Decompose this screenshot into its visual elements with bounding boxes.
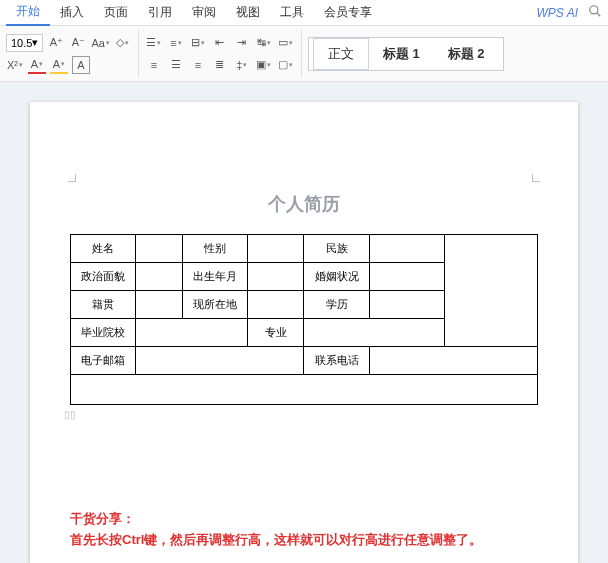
cell-location-label[interactable]: 现所在地 [183, 291, 248, 319]
wps-ai-button[interactable]: WPS AI [536, 6, 578, 20]
page[interactable]: 个人简历 姓名 性别 民族 政治面貌 出生年月 婚姻状况 籍贯 [30, 102, 578, 563]
ribbon-toolbar: 10.5▾ A⁺ A⁻ Aa▾ ◇▾ X²▾ A▾ A▾ A ☰▾ ≡▾ ⊟▾ … [0, 26, 608, 82]
menu-tab-review[interactable]: 审阅 [182, 0, 226, 25]
cell-education-label[interactable]: 学历 [304, 291, 369, 319]
cell-phone-value[interactable] [369, 347, 537, 375]
table-row [71, 375, 538, 405]
borders-button[interactable]: ▢▾ [277, 56, 295, 74]
menu-tab-tools[interactable]: 工具 [270, 0, 314, 25]
line-spacing-button[interactable]: ‡▾ [233, 56, 251, 74]
cell-empty-row[interactable] [71, 375, 538, 405]
document-workspace: 个人简历 姓名 性别 民族 政治面貌 出生年月 婚姻状况 籍贯 [0, 82, 608, 563]
cell-name-value[interactable] [136, 235, 183, 263]
tip-title: 干货分享： [70, 509, 538, 530]
tip-text: 干货分享： 首先长按Ctrl键，然后再调整行高，这样就可以对行高进行任意调整了。 [70, 509, 538, 551]
cell-school-value[interactable] [136, 319, 248, 347]
cell-major-value[interactable] [304, 319, 444, 347]
cell-gender-label[interactable]: 性别 [183, 235, 248, 263]
cell-politics-label[interactable]: 政治面貌 [71, 263, 136, 291]
table-row: 姓名 性别 民族 [71, 235, 538, 263]
cell-phone-label[interactable]: 联系电话 [304, 347, 369, 375]
paragraph-group: ☰▾ ≡▾ ⊟▾ ⇤ ⇥ ↹▾ ▭▾ ≡ ☰ ≡ ≣ ‡▾ ▣▾ ▢▾ [145, 30, 302, 77]
cell-major-label[interactable]: 专业 [248, 319, 304, 347]
style-heading2[interactable]: 标题 2 [434, 39, 499, 69]
cell-politics-value[interactable] [136, 263, 183, 291]
cell-marriage-value[interactable] [369, 263, 444, 291]
menu-tab-insert[interactable]: 插入 [50, 0, 94, 25]
cell-birth-value[interactable] [248, 263, 304, 291]
sort-button[interactable]: ▭▾ [277, 34, 295, 52]
cell-gender-value[interactable] [248, 235, 304, 263]
superscript-button[interactable]: X²▾ [6, 56, 24, 74]
cell-ethnicity-value[interactable] [369, 235, 444, 263]
indent-right-button[interactable]: ⇥ [233, 34, 251, 52]
style-normal[interactable]: 正文 [313, 38, 369, 70]
shading-button[interactable]: ▣▾ [255, 56, 273, 74]
svg-point-0 [590, 6, 598, 14]
resume-table[interactable]: 姓名 性别 民族 政治面貌 出生年月 婚姻状况 籍贯 现所在地 [70, 234, 538, 405]
align-right-button[interactable]: ≡ [189, 56, 207, 74]
menu-tab-member[interactable]: 会员专享 [314, 0, 382, 25]
font-size-select[interactable]: 10.5▾ [6, 34, 43, 52]
cell-email-label[interactable]: 电子邮箱 [71, 347, 136, 375]
margin-guide-icon [532, 174, 540, 182]
highlight-button[interactable]: A▾ [50, 56, 68, 74]
tab-settings-button[interactable]: ↹▾ [255, 34, 273, 52]
cell-photo[interactable] [444, 235, 537, 347]
style-gallery: 正文 标题 1 标题 2 [308, 37, 504, 71]
font-color-button[interactable]: A▾ [28, 56, 46, 74]
search-icon[interactable] [588, 4, 602, 21]
cell-hometown-label[interactable]: 籍贯 [71, 291, 136, 319]
cell-ethnicity-label[interactable]: 民族 [304, 235, 369, 263]
shrink-font-button[interactable]: A⁻ [69, 34, 87, 52]
tip-body: 首先长按Ctrl键，然后再调整行高，这样就可以对行高进行任意调整了。 [70, 530, 538, 551]
font-group: 10.5▾ A⁺ A⁻ Aa▾ ◇▾ X²▾ A▾ A▾ A [6, 30, 139, 77]
cell-email-value[interactable] [136, 347, 304, 375]
table-row: 电子邮箱 联系电话 [71, 347, 538, 375]
svg-line-1 [597, 13, 601, 17]
cell-name-label[interactable]: 姓名 [71, 235, 136, 263]
menu-tab-view[interactable]: 视图 [226, 0, 270, 25]
cell-education-value[interactable] [369, 291, 444, 319]
cell-school-label[interactable]: 毕业院校 [71, 319, 136, 347]
margin-guide-icon [68, 174, 76, 182]
align-justify-button[interactable]: ≣ [211, 56, 229, 74]
indent-left-button[interactable]: ⇤ [211, 34, 229, 52]
phonetic-button[interactable]: A [72, 56, 90, 74]
align-left-button[interactable]: ≡ [145, 56, 163, 74]
cell-marriage-label[interactable]: 婚姻状况 [304, 263, 369, 291]
bullet-list-button[interactable]: ☰▾ [145, 34, 163, 52]
grow-font-button[interactable]: A⁺ [47, 34, 65, 52]
align-center-button[interactable]: ☰ [167, 56, 185, 74]
multilevel-list-button[interactable]: ⊟▾ [189, 34, 207, 52]
cell-location-value[interactable] [248, 291, 304, 319]
menu-bar: 开始 插入 页面 引用 审阅 视图 工具 会员专享 WPS AI [0, 0, 608, 26]
menu-tab-reference[interactable]: 引用 [138, 0, 182, 25]
menu-tab-page[interactable]: 页面 [94, 0, 138, 25]
number-list-button[interactable]: ≡▾ [167, 34, 185, 52]
cell-birth-label[interactable]: 出生年月 [183, 263, 248, 291]
style-heading1[interactable]: 标题 1 [369, 39, 434, 69]
table-handle-icon[interactable]: ▯▯ [64, 409, 538, 420]
menu-tab-start[interactable]: 开始 [6, 0, 50, 26]
change-case-button[interactable]: Aa▾ [91, 34, 109, 52]
document-title[interactable]: 个人简历 [70, 192, 538, 216]
clear-format-button[interactable]: ◇▾ [114, 34, 132, 52]
cell-hometown-value[interactable] [136, 291, 183, 319]
